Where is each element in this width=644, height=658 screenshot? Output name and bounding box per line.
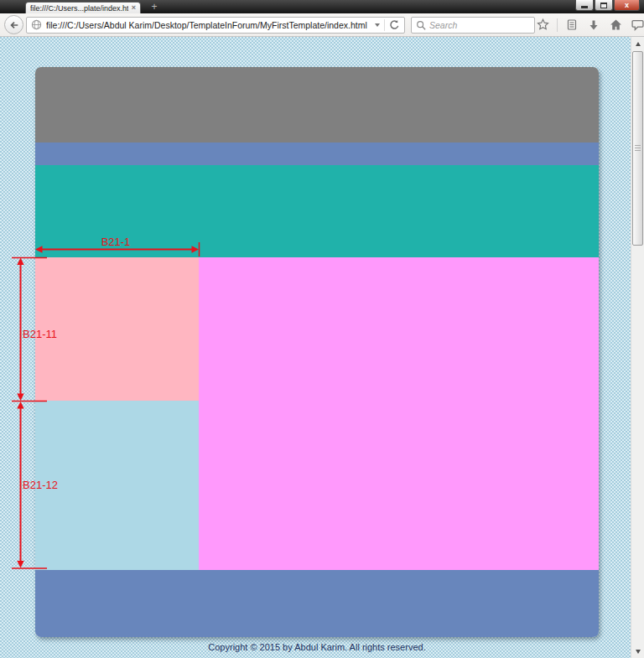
search-input[interactable] [429,20,530,30]
main-content-block [199,257,599,570]
scroll-up-icon [636,42,641,46]
navigation-toolbar [0,13,644,37]
titlebar: file:///C:/Users...plate/index.html × + … [0,0,644,13]
back-button[interactable] [4,15,23,34]
sidebar-bottom-block [35,401,199,570]
urlbar-divider [384,19,385,31]
minimize-icon [581,6,588,8]
sidebar-top-block [35,257,199,401]
scroll-down-icon [636,650,641,654]
scrollbar-thumb[interactable] [632,51,643,246]
url-history-dropdown-icon[interactable] [375,23,380,27]
header-placeholder-block [35,67,599,142]
reload-icon[interactable] [389,19,400,30]
content-row [35,257,599,570]
scrollbar-grip-icon [635,145,641,152]
tab-title: file:///C:/Users...plate/index.html [30,4,128,13]
minimize-button[interactable] [575,0,594,11]
home-icon [610,18,622,31]
chat-bubble-icon [631,18,644,31]
page-viewport: Copyright © 2015 by Abdul Karim. All rig… [0,37,644,658]
search-bar[interactable] [411,17,535,34]
browser-window: file:///C:/Users...plate/index.html × + … [0,0,644,658]
template-page-container [35,67,599,637]
url-bar[interactable] [26,17,405,34]
copyright-text: Copyright © 2015 by Abdul Karim. All rig… [35,642,599,652]
tab-close-icon[interactable]: × [132,4,136,12]
close-button[interactable]: x [614,0,640,11]
nav-placeholder-block [35,142,599,165]
sidebar-column [35,257,199,570]
bookmark-star-button[interactable] [535,17,550,34]
star-icon [537,18,549,31]
vertical-scrollbar[interactable] [631,37,644,658]
footer-placeholder-block [35,570,599,637]
downloads-button[interactable] [586,17,601,34]
toolbar-icons [535,17,644,34]
restore-button[interactable] [595,0,613,11]
download-icon [588,19,600,31]
url-input[interactable] [46,20,371,30]
toolbar-divider [557,18,558,32]
bookmarks-icon [566,18,578,31]
home-button[interactable] [608,17,623,34]
restore-icon [600,3,607,8]
search-icon [416,20,426,30]
scroll-up-button[interactable] [631,37,644,50]
hello-chat-button[interactable] [630,17,644,34]
banner-placeholder-block [35,165,599,257]
new-tab-button[interactable]: + [148,1,161,13]
back-arrow-icon [9,20,19,30]
bookmarks-menu-button[interactable] [564,17,579,34]
scroll-down-button[interactable] [631,645,644,658]
window-controls: x [575,0,640,11]
browser-tab[interactable]: file:///C:/Users...plate/index.html × [25,2,141,13]
globe-icon[interactable] [31,19,42,30]
